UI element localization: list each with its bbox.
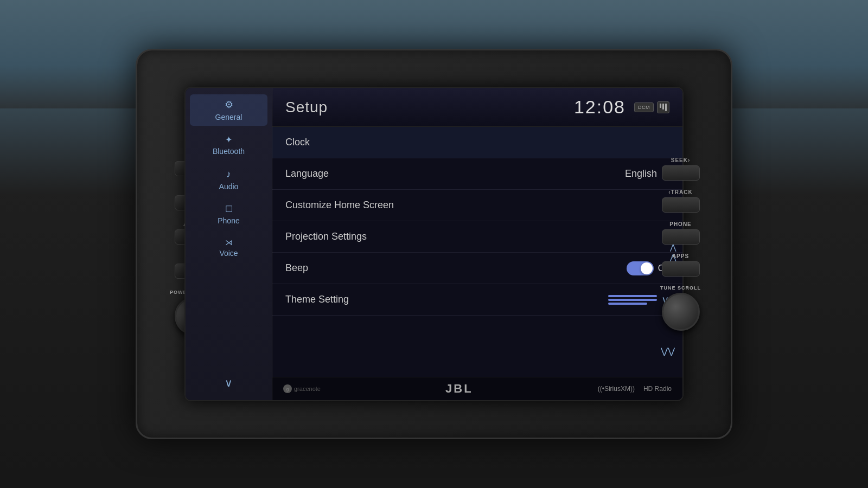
theme-line-1 [608,295,657,297]
beep-label: Beep [285,262,308,274]
track-label: ‹TRACK [668,189,692,195]
sidebar-more-button[interactable]: ∨ [190,372,267,394]
customize-label: Customize Home Screen [285,200,394,211]
screen-area: ⚙ General ✦ Bluetooth ♪ Audio ☐ Phone ⋊ [184,87,684,401]
theme-label: Theme Setting [285,294,349,305]
car-background: HOME MENU AUDIO MAP POWER VOLUME [0,0,868,488]
sidebar-item-voice[interactable]: ⋊ Voice [190,234,267,262]
phone-label: PHONE [669,221,692,227]
settings-row-language[interactable]: Language English ∨ [272,158,682,190]
page-title: Setup [285,99,328,116]
voice-icon: ⋊ [225,238,233,247]
scroll-down-group: ⋁⋁ [661,346,675,356]
settings-list: Clock ⋀ ⋀ Language English ∨ [272,127,682,377]
dashboard-frame: HOME MENU AUDIO MAP POWER VOLUME [136,49,732,439]
music-icon: ♪ [226,169,231,180]
header: Setup 12:08 DCM [272,88,682,127]
settings-row-theme[interactable]: Theme Setting ∨ [272,284,682,316]
settings-row-beep[interactable]: Beep On [272,253,682,284]
sidebar-item-bluetooth[interactable]: ✦ Bluetooth [190,130,267,160]
settings-row-customize[interactable]: Customize Home Screen [272,190,682,221]
apps-button[interactable] [662,261,700,277]
sidebar-general-label: General [215,113,242,121]
seek-button[interactable] [662,165,700,181]
gracenote-icon: g [283,384,292,393]
header-right: 12:08 DCM [574,97,669,118]
sidebar-item-phone[interactable]: ☐ Phone [190,200,267,229]
sidebar-voice-label: Voice [219,249,238,258]
seek-control-group: SEEK› [662,157,700,181]
sidebar-item-audio[interactable]: ♪ Audio [190,164,267,195]
clock-label: Clock [285,137,310,148]
track-button[interactable] [662,197,700,213]
gracenote-logo: g gracenote [283,384,321,393]
apps-control-group: APPS [662,253,700,277]
clock-display: 12:08 [574,97,626,118]
gear-icon: ⚙ [225,99,233,111]
dcm-icon: DCM [634,102,654,112]
brand-logos: ((•SiriusXM)) HD Radio [598,385,672,393]
theme-preview [608,295,657,305]
jbl-logo: JBL [445,382,473,396]
settings-content: Clock ⋀ ⋀ Language English ∨ [272,127,682,377]
chevron-down-icon: ∨ [225,377,233,389]
apps-label: APPS [672,253,689,259]
projection-label: Projection Settings [285,231,367,242]
sidebar: ⚙ General ✦ Bluetooth ♪ Audio ☐ Phone ⋊ [186,88,272,400]
signal-icon [657,101,669,113]
sidebar-bluetooth-label: Bluetooth [213,147,245,156]
bluetooth-icon: ✦ [225,134,232,145]
language-label: Language [285,168,329,179]
scroll-down-icon[interactable]: ⋁⋁ [661,346,675,356]
seek-label: SEEK› [671,157,691,163]
right-controls: SEEK› ‹TRACK PHONE APPS TUNE SCROLL [660,157,701,331]
sidebar-audio-label: Audio [219,182,239,191]
hd-radio-logo: HD Radio [643,385,672,393]
sidebar-item-general[interactable]: ⚙ General [190,94,267,126]
tune-knob[interactable] [662,293,700,331]
track-control-group: ‹TRACK [662,189,700,213]
language-value: English [625,168,657,179]
tune-control-group: TUNE SCROLL [660,285,701,331]
gracenote-label: gracenote [294,386,321,392]
toggle-knob [641,262,653,274]
phone-control-group: PHONE [662,221,700,245]
main-content: Setup 12:08 DCM [272,88,682,400]
sidebar-phone-label: Phone [218,216,239,225]
settings-row-projection[interactable]: Projection Settings [272,221,682,253]
beep-toggle[interactable] [627,261,654,275]
tune-label: TUNE SCROLL [660,285,701,291]
bottom-bar: g gracenote JBL ((•SiriusXM)) HD Radio [272,377,682,400]
phone-button[interactable] [662,229,700,245]
theme-line-2 [608,299,657,301]
phone-icon: ☐ [225,204,233,214]
theme-line-3 [608,303,647,305]
settings-row-clock[interactable]: Clock ⋀ ⋀ [272,127,682,158]
sirius-logo: ((•SiriusXM)) [598,385,635,393]
status-icons: DCM [634,101,669,113]
